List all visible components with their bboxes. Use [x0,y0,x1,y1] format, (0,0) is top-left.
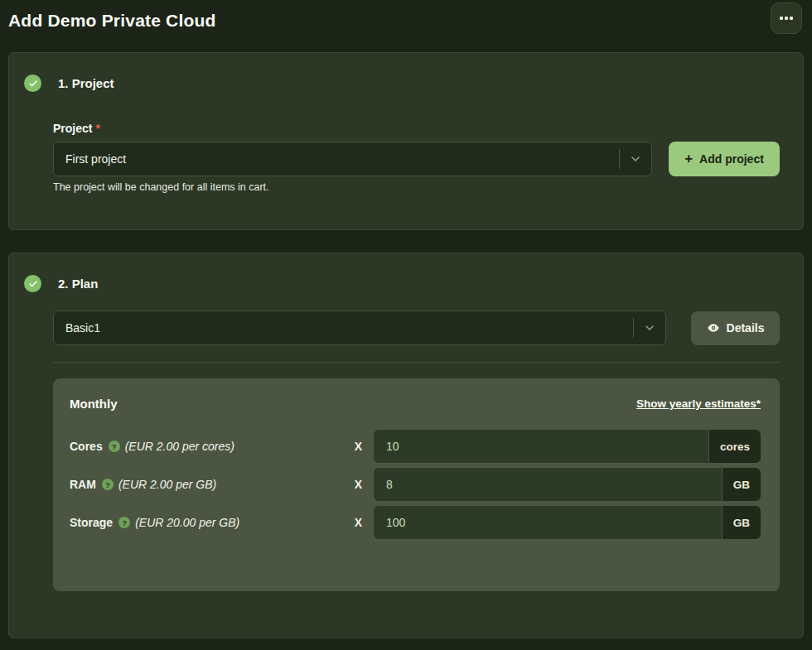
show-yearly-estimates-link[interactable]: Show yearly estimates* [636,397,761,410]
ram-price-note: (EUR 2.00 per GB) [118,478,216,491]
plus-icon: + [684,152,693,166]
cores-unit-addon: cores [709,430,761,463]
check-circle-icon [24,75,41,92]
help-icon[interactable]: ? [118,517,130,528]
plan-step-title: 2. Plan [58,277,98,291]
cores-input[interactable] [374,430,708,463]
details-button-label: Details [727,321,765,335]
project-step-title: 1. Project [58,76,114,90]
multiplier-x: X [355,440,362,453]
pricing-header: Monthly Show yearly estimates* [70,397,761,411]
ram-label: RAM ? (EUR 2.00 per GB) [70,478,355,491]
chevron-down-icon [634,321,665,335]
project-helper-text: The project will be changed for all item… [53,181,780,193]
eye-icon [707,321,720,335]
project-section: 1. Project Project* First project + Add … [8,52,804,230]
plan-content: Basic1 Details Monthly Show yearly estim… [53,311,780,591]
ram-unit-addon: GB [723,468,761,501]
storage-name: Storage [70,516,113,529]
project-select[interactable]: First project [53,142,652,176]
ram-input-group: GB [374,468,761,501]
cores-input-group: cores [374,430,761,463]
storage-unit-addon: GB [723,506,761,539]
storage-input[interactable] [374,506,722,539]
ellipsis-icon [785,17,788,20]
storage-label: Storage ? (EUR 20.00 per GB) [70,516,355,529]
ellipsis-icon [780,17,783,20]
pricing-row-storage: Storage ? (EUR 20.00 per GB) X GB [70,506,761,539]
plan-step-header: 2. Plan [24,275,780,292]
ram-name: RAM [70,478,96,491]
cores-label: Cores ? (EUR 2.00 per cores) [70,440,355,453]
pricing-row-ram: RAM ? (EUR 2.00 per GB) X GB [70,468,761,501]
plan-section: 2. Plan Basic1 Details Monthly Show y [8,253,804,638]
plan-control-row: Basic1 Details [53,311,780,345]
cores-price-note: (EUR 2.00 per cores) [125,440,234,453]
project-control-row: First project + Add project [53,142,780,176]
multiplier-x: X [355,478,362,491]
chevron-down-icon [620,152,651,166]
plan-select[interactable]: Basic1 [53,311,666,345]
add-project-button[interactable]: + Add project [669,142,780,176]
storage-price-note: (EUR 20.00 per GB) [135,516,239,529]
ram-input[interactable] [374,468,722,501]
help-icon[interactable]: ? [109,441,120,452]
ellipsis-icon [790,17,793,20]
section-divider [53,362,780,363]
project-content: Project* First project + Add project The… [53,122,780,193]
pricing-panel: Monthly Show yearly estimates* Cores ? (… [53,378,780,591]
check-circle-icon [24,275,41,292]
project-field-label: Project* [53,122,780,135]
pricing-period-title: Monthly [70,397,118,411]
more-options-button[interactable] [771,2,802,34]
details-button[interactable]: Details [691,311,780,345]
project-field-label-text: Project [53,122,92,135]
multiplier-x: X [355,516,362,529]
required-marker: * [95,122,99,135]
plan-select-value: Basic1 [54,321,633,335]
help-icon[interactable]: ? [102,479,114,490]
project-step-header: 1. Project [24,75,780,92]
page-header: Add Demo Private Cloud [0,0,812,52]
project-select-value: First project [54,152,619,166]
add-project-button-label: Add project [699,152,764,166]
pricing-row-cores: Cores ? (EUR 2.00 per cores) X cores [70,430,761,463]
cores-name: Cores [70,440,103,453]
page-title: Add Demo Private Cloud [8,11,802,31]
storage-input-group: GB [374,506,761,539]
